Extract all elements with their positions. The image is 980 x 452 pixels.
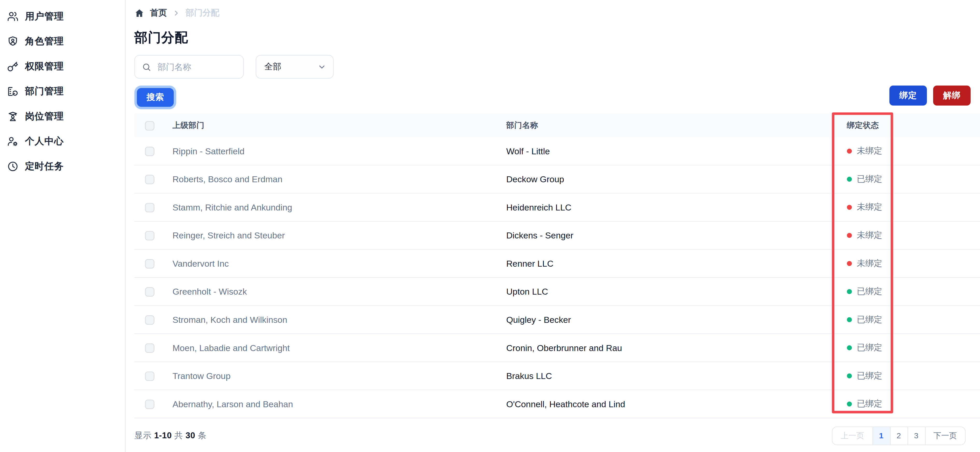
- department-search-field[interactable]: [135, 55, 244, 79]
- pagination-page-2[interactable]: 2: [889, 427, 907, 445]
- status-dot: [847, 401, 852, 406]
- sidebar-item-post-management[interactable]: 岗位管理: [0, 103, 125, 128]
- row-checkbox[interactable]: [145, 371, 154, 381]
- status-dot: [847, 374, 852, 379]
- status-label: 未绑定: [857, 201, 882, 213]
- column-header-parent: 上级部门: [173, 120, 506, 131]
- table-row: Roberts, Bosco and Erdman Deckow Group 已…: [135, 165, 980, 193]
- pagination-next-button[interactable]: 下一页: [925, 427, 965, 445]
- cell-status: 未绑定: [847, 146, 980, 157]
- chevron-right-icon: [173, 10, 180, 17]
- department-icon: [7, 85, 19, 97]
- table-row: Stroman, Koch and Wilkinson Quigley - Be…: [135, 306, 980, 334]
- breadcrumb-home-label[interactable]: 首页: [150, 8, 167, 19]
- pagination: 上一页 1 2 3 下一页: [832, 427, 966, 445]
- row-checkbox[interactable]: [145, 287, 154, 296]
- cell-name: Brakus LLC: [506, 371, 847, 381]
- cell-parent: Trantow Group: [173, 371, 506, 381]
- page-title: 部门分配: [135, 29, 980, 46]
- breadcrumb-current-label: 部门分配: [186, 8, 219, 19]
- status-dot: [847, 233, 852, 238]
- bind-button[interactable]: 绑定: [889, 86, 927, 106]
- table-row: Moen, Labadie and Cartwright Cronin, Obe…: [135, 334, 980, 362]
- sidebar-item-permission-management[interactable]: 权限管理: [0, 54, 125, 78]
- cell-status: 已绑定: [847, 342, 980, 354]
- role-shield-icon: [7, 35, 19, 47]
- table-row: Abernathy, Larson and Beahan O'Connell, …: [135, 390, 980, 419]
- sidebar-item-department-management[interactable]: 部门管理: [0, 79, 125, 103]
- cell-name: Quigley - Becker: [506, 315, 847, 325]
- users-icon: [7, 10, 19, 22]
- cell-status: 未绑定: [847, 230, 980, 241]
- cell-name: Upton LLC: [506, 287, 847, 297]
- sidebar: 用户管理 角色管理 权限管理 部门管理 岗位管理 个人中心 定时任务: [0, 0, 126, 452]
- search-button[interactable]: 搜索: [137, 88, 173, 107]
- cell-name: Dickens - Senger: [506, 230, 847, 241]
- cell-status: 已绑定: [847, 370, 980, 381]
- row-checkbox[interactable]: [145, 231, 154, 240]
- table-header-row: 上级部门 部门名称 绑定状态: [135, 114, 980, 138]
- profile-gear-icon: [7, 135, 19, 147]
- pagination-page-3[interactable]: 3: [907, 427, 925, 445]
- cell-status: 未绑定: [847, 258, 980, 269]
- cell-name: O'Connell, Heathcote and Lind: [506, 399, 847, 409]
- status-filter-select[interactable]: 全部: [256, 55, 334, 79]
- sidebar-item-profile-center[interactable]: 个人中心: [0, 128, 125, 154]
- row-checkbox[interactable]: [145, 146, 154, 156]
- status-label: 已绑定: [857, 286, 882, 297]
- sidebar-item-scheduled-tasks[interactable]: 定时任务: [0, 154, 125, 178]
- sidebar-item-label: 角色管理: [25, 35, 64, 47]
- cell-name: Wolf - Little: [506, 146, 847, 156]
- status-label: 已绑定: [857, 342, 882, 354]
- select-all-checkbox[interactable]: [145, 121, 154, 130]
- select-value: 全部: [264, 61, 281, 73]
- table-footer: 显示 1-10 共 30 条 上一页 1 2 3 下一页: [135, 427, 980, 445]
- actions-row: 搜索 绑定 解绑: [135, 86, 980, 107]
- table-row: Reinger, Streich and Steuber Dickens - S…: [135, 222, 980, 250]
- row-checkbox[interactable]: [145, 203, 154, 212]
- sidebar-item-label: 部门管理: [25, 85, 64, 97]
- cell-name: Renner LLC: [506, 259, 847, 269]
- cell-status: 已绑定: [847, 286, 980, 297]
- search-icon: [142, 62, 151, 71]
- cell-status: 已绑定: [847, 398, 980, 409]
- pagination-page-1[interactable]: 1: [872, 427, 890, 445]
- row-checkbox[interactable]: [145, 259, 154, 268]
- row-checkbox[interactable]: [145, 343, 154, 353]
- status-label: 已绑定: [857, 370, 882, 381]
- sidebar-item-label: 权限管理: [25, 60, 64, 72]
- home-icon[interactable]: [135, 8, 145, 18]
- status-label: 已绑定: [857, 314, 882, 325]
- row-checkbox[interactable]: [145, 315, 154, 324]
- column-header-status: 绑定状态: [847, 120, 980, 131]
- cell-parent: Abernathy, Larson and Beahan: [173, 399, 506, 409]
- results-summary: 显示 1-10 共 30 条: [135, 430, 207, 441]
- cell-name: Deckow Group: [506, 174, 847, 184]
- pagination-prev-button[interactable]: 上一页: [832, 427, 872, 445]
- table-row: Stamm, Ritchie and Ankunding Heidenreich…: [135, 193, 980, 222]
- table-row: Vandervort Inc Renner LLC 未绑定: [135, 250, 980, 278]
- unbind-button[interactable]: 解绑: [933, 86, 970, 106]
- sidebar-item-user-management[interactable]: 用户管理: [0, 4, 125, 29]
- table-row: Rippin - Satterfield Wolf - Little 未绑定: [135, 138, 980, 166]
- status-dot: [847, 261, 852, 266]
- filter-bar: 全部: [135, 55, 980, 79]
- key-icon: [7, 60, 19, 72]
- cell-status: 未绑定: [847, 201, 980, 213]
- cell-parent: Roberts, Bosco and Erdman: [173, 174, 506, 184]
- status-dot: [847, 205, 852, 210]
- status-label: 未绑定: [857, 146, 882, 157]
- cell-name: Heidenreich LLC: [506, 203, 847, 213]
- departments-table: 上级部门 部门名称 绑定状态 Rippin - Satterfield Wolf…: [135, 114, 980, 418]
- cell-parent: Stroman, Koch and Wilkinson: [173, 315, 506, 325]
- cell-name: Cronin, Oberbrunner and Rau: [506, 343, 847, 353]
- row-checkbox[interactable]: [145, 400, 154, 409]
- cell-parent: Moen, Labadie and Cartwright: [173, 343, 506, 353]
- table-row: Greenholt - Wisozk Upton LLC 已绑定: [135, 278, 980, 306]
- cell-status: 已绑定: [847, 314, 980, 325]
- column-header-name: 部门名称: [506, 120, 847, 131]
- search-input[interactable]: [156, 62, 237, 72]
- table-body: Rippin - Satterfield Wolf - Little 未绑定 R…: [135, 138, 980, 418]
- row-checkbox[interactable]: [145, 174, 154, 184]
- sidebar-item-role-management[interactable]: 角色管理: [0, 29, 125, 54]
